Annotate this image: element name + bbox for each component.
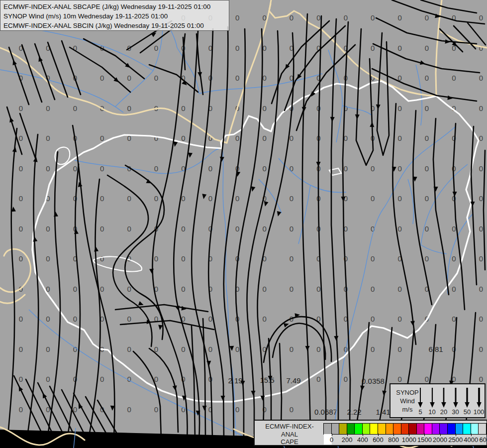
cape-tick-label: 4000 — [464, 436, 478, 444]
svg-text:0: 0 — [290, 13, 293, 22]
svg-text:0: 0 — [127, 405, 131, 414]
svg-text:0: 0 — [479, 345, 483, 353]
svg-text:0: 0 — [371, 345, 375, 353]
svg-text:0.0358: 0.0358 — [362, 377, 385, 385]
svg-text:0: 0 — [479, 315, 483, 323]
svg-text:0: 0 — [19, 194, 23, 203]
wind-arrow-icon — [440, 387, 448, 408]
cape-swatch — [370, 424, 378, 434]
svg-text:0: 0 — [127, 345, 131, 353]
svg-text:0: 0 — [479, 74, 483, 82]
svg-text:0: 0 — [425, 164, 429, 173]
cape-tick-label: 0 — [330, 436, 333, 444]
svg-text:0: 0 — [73, 285, 77, 293]
svg-text:0: 0 — [208, 345, 212, 353]
svg-text:0: 0 — [479, 104, 483, 112]
svg-text:0: 0 — [19, 405, 23, 414]
svg-text:0: 0 — [19, 375, 23, 383]
svg-text:0: 0 — [397, 104, 401, 112]
svg-text:0: 0 — [425, 224, 429, 233]
svg-text:0: 0 — [235, 134, 239, 142]
cape-legend-title-line: J/kg — [258, 446, 321, 448]
svg-text:0: 0 — [127, 315, 131, 323]
svg-text:0: 0 — [262, 285, 266, 293]
cape-swatch — [386, 424, 394, 434]
svg-text:0: 0 — [479, 134, 483, 142]
svg-text:0: 0 — [46, 254, 50, 263]
cape-swatch — [324, 424, 332, 434]
svg-text:6.81: 6.81 — [428, 345, 443, 353]
cape-swatch — [393, 424, 401, 434]
svg-text:0: 0 — [235, 405, 239, 414]
svg-text:0: 0 — [235, 194, 239, 203]
svg-text:0: 0 — [262, 134, 266, 142]
svg-text:0: 0 — [208, 164, 212, 173]
svg-text:0: 0 — [181, 224, 185, 233]
title-line-sbcape: ECMWF-INDEX-ANAL SBCAPE (J/kg) Wednesday… — [3, 2, 226, 11]
svg-text:0: 0 — [397, 194, 401, 203]
svg-text:0: 0 — [154, 164, 158, 173]
svg-text:0: 0 — [19, 315, 23, 323]
cape-color-legend: ECMWF-INDEX-ANAL CAPE J/kg 0200400600800… — [254, 420, 487, 446]
title-line-sbcin: ECMWF-INDEX-ANAL SBCIN (J/kg) Wednesday … — [3, 21, 226, 30]
svg-text:0: 0 — [452, 285, 456, 293]
svg-text:0: 0 — [19, 224, 23, 233]
svg-text:0: 0 — [181, 194, 185, 203]
svg-text:0: 0 — [262, 315, 266, 323]
svg-text:0: 0 — [100, 375, 104, 383]
svg-text:0: 0 — [46, 224, 50, 233]
cape-swatch — [347, 424, 355, 434]
svg-text:0: 0 — [262, 74, 266, 82]
svg-text:0: 0 — [479, 285, 483, 293]
svg-text:0: 0 — [290, 134, 293, 142]
cape-tick-label: 1000 — [402, 436, 416, 444]
wind-arrow-icon — [475, 387, 483, 408]
svg-text:0: 0 — [290, 345, 293, 353]
svg-text:0: 0 — [397, 13, 401, 22]
svg-text:0: 0 — [452, 224, 456, 233]
svg-text:0: 0 — [479, 375, 483, 383]
weather-map-screen: 0000000000000000000000000000000000000000… — [0, 0, 487, 448]
svg-text:0: 0 — [371, 13, 375, 22]
svg-text:0: 0 — [19, 345, 23, 353]
svg-text:0: 0 — [127, 224, 131, 233]
cape-tick-label: 2000 — [433, 436, 447, 444]
cape-tick-label: 1500 — [417, 436, 432, 444]
svg-text:0: 0 — [397, 315, 401, 323]
svg-text:0: 0 — [479, 254, 483, 263]
svg-text:0: 0 — [100, 285, 104, 293]
wind-speed-label: 10 — [428, 408, 435, 416]
cape-swatch — [448, 424, 456, 434]
svg-text:0: 0 — [479, 224, 483, 233]
svg-text:0: 0 — [425, 194, 429, 203]
svg-text:0: 0 — [46, 134, 50, 142]
svg-text:0: 0 — [425, 13, 429, 22]
svg-text:0: 0 — [262, 44, 266, 52]
svg-text:0: 0 — [425, 254, 429, 263]
svg-text:0: 0 — [73, 164, 77, 173]
svg-text:0: 0 — [344, 164, 348, 173]
cape-swatch — [432, 424, 440, 434]
svg-text:0: 0 — [208, 194, 212, 203]
svg-text:0: 0 — [46, 164, 50, 173]
cape-swatch — [363, 424, 371, 434]
cape-swatch — [378, 424, 386, 434]
cape-swatch — [409, 424, 417, 434]
wind-arrow-icon — [428, 387, 436, 408]
wind-arrow-icon — [452, 387, 460, 408]
svg-text:0: 0 — [290, 194, 293, 203]
svg-text:0: 0 — [371, 164, 375, 173]
svg-text:0: 0 — [479, 44, 483, 52]
svg-text:0: 0 — [100, 254, 104, 263]
svg-text:0: 0 — [262, 164, 266, 173]
svg-text:0: 0 — [235, 345, 239, 353]
svg-text:0: 0 — [290, 285, 293, 293]
svg-text:0: 0 — [154, 44, 158, 52]
svg-text:0: 0 — [127, 74, 131, 82]
wind-speed-label: 5 — [418, 408, 422, 416]
cape-swatch — [417, 424, 425, 434]
cape-legend-title-line: CAPE — [258, 438, 321, 446]
svg-text:0: 0 — [181, 104, 185, 112]
title-line-wind: SYNOP Wind (m/s) 10m Wednesday 19-11-202… — [3, 11, 226, 21]
svg-text:0: 0 — [100, 74, 104, 82]
